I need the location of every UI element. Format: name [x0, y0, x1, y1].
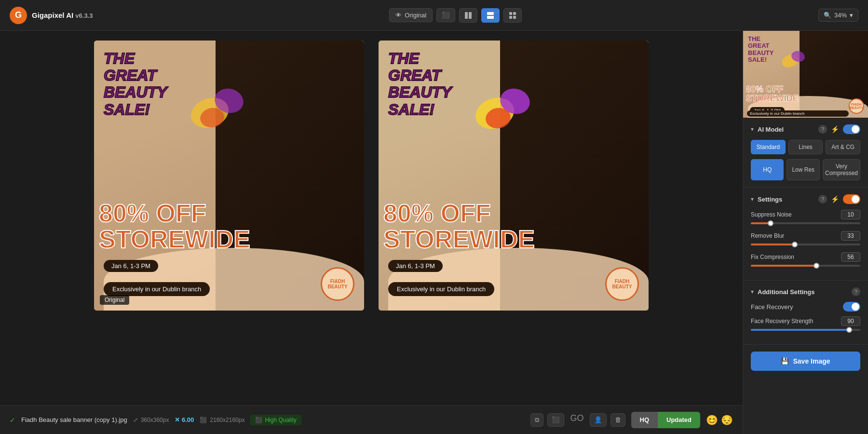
remove-blur-value[interactable]: 33 [841, 231, 860, 241]
remove-blur-thumb[interactable] [792, 242, 798, 247]
fix-compression-thumb[interactable] [814, 263, 819, 269]
adjust-icon-button[interactable]: ⬛ [547, 413, 564, 427]
suppress-noise-value[interactable]: 10 [841, 210, 860, 219]
updated-badge-label: Updated [658, 412, 700, 428]
face-recovery-strength-fill [751, 329, 849, 331]
svg-rect-6 [509, 16, 512, 19]
low-res-tab[interactable]: Low Res [787, 159, 819, 180]
svg-rect-2 [487, 12, 494, 15]
ai-model-section: ▾ AI Model ? ⚡ Standard Lines Art & CG H… [743, 118, 868, 188]
branch-badge: Exclusively in our Dublin branch [104, 282, 210, 296]
delete-icon-button[interactable]: 🗑 [610, 413, 625, 427]
fix-compression-track[interactable] [751, 265, 860, 267]
quality-badge: ⬛ High Quality [250, 415, 301, 425]
zoom-control[interactable]: 🔍 34% ▾ [818, 9, 858, 22]
brand-badge: FIADHBEAUTY [321, 267, 354, 301]
original-label: Original [100, 295, 129, 305]
svg-rect-4 [509, 12, 512, 15]
suppress-noise-thumb[interactable] [768, 220, 773, 226]
fix-compression-label: Fix Compression [751, 254, 794, 260]
face-recovery-strength-thumb[interactable] [846, 327, 852, 333]
original-view-button[interactable]: 👁 Original [389, 8, 433, 22]
face-recovery-strength-value[interactable]: 90 [841, 316, 860, 326]
split-view-icon [464, 12, 472, 19]
app-name: Gigapixel AI v6.3.3 [32, 11, 93, 19]
lines-tab[interactable]: Lines [788, 140, 823, 154]
svg-rect-3 [487, 16, 494, 19]
settings-chevron-icon: ▾ [751, 196, 754, 203]
compare-view-button[interactable] [481, 8, 500, 23]
processed-sale-text-top: THEGREATBEAUTYSALE! [388, 50, 452, 118]
settings-help[interactable]: ? [818, 195, 827, 203]
thumbnail-preview: THEGREATBEAUTYSALE! 80% OFFSTOREWIDE Jan… [743, 31, 868, 118]
output-size-meta: ⬛ 2160x2160px [200, 417, 244, 423]
compare-view-icon [487, 12, 494, 19]
main-layout: THEGREATBEAUTYSALE! 80% OFFSTOREWIDE Jan… [0, 31, 868, 434]
hq-tab[interactable]: HQ [751, 159, 784, 180]
date-badge: Jan 6, 1-3 PM [104, 260, 158, 272]
bottom-icons: ⧉ ⬛ GO 👤 🗑 [530, 413, 625, 427]
compare-icon-button[interactable]: ⧉ [530, 413, 543, 427]
processed-date-badge: Jan 6, 1-3 PM [388, 260, 443, 272]
grid-view-button[interactable] [503, 8, 522, 23]
person-icon-button[interactable]: 👤 [590, 413, 607, 427]
ai-model-header[interactable]: ▾ AI Model ? ⚡ [751, 124, 860, 134]
sale-text-top: THEGREATBEAUTYSALE! [104, 50, 167, 118]
additional-settings-header[interactable]: ▾ Additional Settings ? [751, 287, 860, 296]
face-recovery-label: Face Recovery [751, 303, 793, 311]
suppress-noise-slider-row: Suppress Noise 10 [751, 210, 860, 224]
split-view-button[interactable] [459, 8, 477, 23]
go-label: GO [568, 413, 585, 427]
svg-rect-1 [469, 12, 472, 19]
face-recovery-strength-track[interactable] [751, 329, 860, 331]
fix-compression-slider-row: Fix Compression 56 [751, 252, 860, 267]
lightning-icon: ⚡ [831, 125, 839, 133]
processed-sale-text-big: 80% OFFSTOREWIDE [383, 200, 644, 253]
very-compressed-tab[interactable]: Very Compressed [823, 159, 860, 180]
svg-rect-0 [465, 12, 468, 19]
chevron-icon: ▾ [751, 126, 754, 133]
fix-compression-fill [751, 265, 816, 267]
art-cg-tab[interactable]: Art & CG [826, 140, 860, 154]
original-image: THEGREATBEAUTYSALE! 80% OFFSTOREWIDE Jan… [94, 41, 364, 311]
processed-brand-badge: FIADHBEAUTY [605, 267, 639, 301]
scale-meta: ✕ 6.00 [175, 416, 194, 423]
settings-header[interactable]: ▾ Settings ? ⚡ [751, 194, 860, 204]
canvas-scroll[interactable]: THEGREATBEAUTYSALE! 80% OFFSTOREWIDE Jan… [0, 31, 743, 405]
ai-model-help[interactable]: ? [818, 125, 827, 134]
topbar: G Gigapixel AI v6.3.3 👁 Original ⬛ [0, 0, 868, 31]
zoom-in-icon: 🔍 [824, 12, 831, 19]
emoji-buttons: 😊 😔 [706, 414, 733, 426]
processed-branch-badge: Exclusively in our Dublin branch [388, 282, 494, 296]
sad-emoji-button[interactable]: 😔 [721, 414, 733, 426]
hq-updated-badge: HQ Updated [631, 412, 701, 428]
fix-compression-value[interactable]: 56 [841, 252, 860, 262]
model-tabs: Standard Lines Art & CG [751, 140, 860, 154]
save-image-button[interactable]: 💾 Save Image [751, 352, 860, 371]
processed-image-panel: THEGREATBEAUTYSALE! 80% OFFSTOREWIDE Jan… [379, 41, 649, 311]
face-recovery-toggle[interactable] [843, 302, 860, 312]
remove-blur-track[interactable] [751, 244, 860, 245]
additional-settings-help[interactable]: ? [852, 287, 860, 296]
filename-label: Fiadh Beauty sale banner (copy 1).jpg [21, 416, 127, 423]
face-recovery-strength-slider-row: Face Recovery Strength 90 [751, 316, 860, 331]
remove-blur-slider-row: Remove Blur 33 [751, 231, 860, 245]
logo-area: G Gigapixel AI v6.3.3 [10, 7, 93, 24]
quality-tabs: HQ Low Res Very Compressed [751, 159, 860, 180]
right-panel: THEGREATBEAUTYSALE! 80% OFFSTOREWIDE Jan… [743, 31, 868, 434]
ai-model-toggle[interactable] [843, 124, 860, 134]
settings-toggle[interactable] [843, 194, 860, 204]
remove-blur-fill [751, 244, 795, 245]
remove-blur-label: Remove Blur [751, 232, 784, 239]
processed-image: THEGREATBEAUTYSALE! 80% OFFSTOREWIDE Jan… [379, 41, 649, 311]
eye-icon: 👁 [395, 12, 402, 19]
app-version: v6.3.3 [75, 12, 93, 19]
single-view-button[interactable]: ⬛ [436, 8, 455, 22]
bottom-bar: ✓ Fiadh Beauty sale banner (copy 1).jpg … [0, 405, 743, 434]
hq-badge-label: HQ [631, 412, 658, 428]
standard-tab[interactable]: Standard [751, 140, 786, 154]
happy-emoji-button[interactable]: 😊 [706, 414, 718, 426]
settings-lightning-icon: ⚡ [831, 195, 839, 203]
suppress-noise-track[interactable] [751, 222, 860, 224]
output-icon: ⬛ [200, 417, 207, 423]
